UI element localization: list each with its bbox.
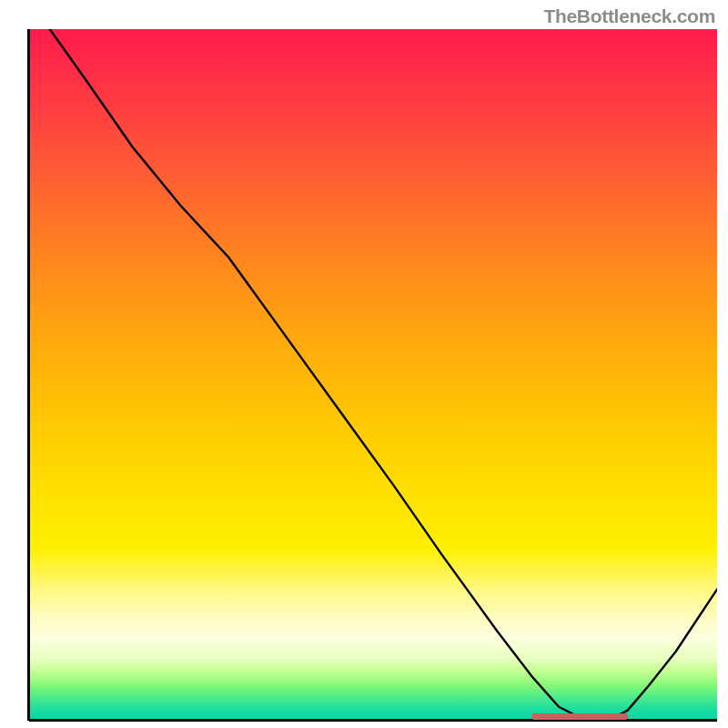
watermark-text: TheBottleneck.com — [543, 5, 715, 27]
bottleneck-curve — [29, 29, 717, 721]
optimal-range-marker — [531, 713, 628, 720]
plot-area — [29, 29, 717, 721]
y-axis-line — [27, 29, 30, 721]
